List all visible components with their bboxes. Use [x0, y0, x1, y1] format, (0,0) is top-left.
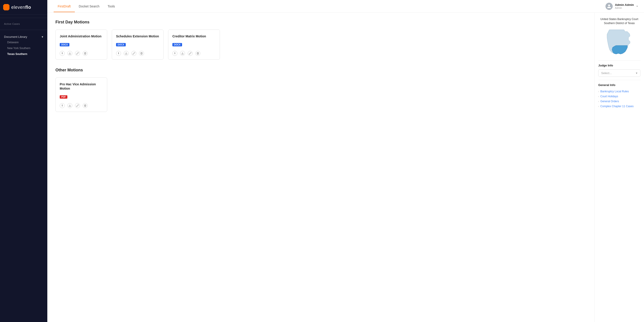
judge-select-dropdown[interactable]: Select... ▾ [598, 69, 640, 77]
general-info-label: General Info [598, 83, 640, 87]
sidebar-item-delaware[interactable]: Delaware [4, 39, 43, 45]
top-navigation: FirstDraft Docket Search Tools Admin Adm… [47, 0, 644, 12]
card-pro-hac-vice[interactable]: Pro Hac Vice Admission Motion PDF ℹ [56, 77, 107, 112]
badge-pdf: PDF [60, 95, 67, 99]
chevron-right-icon: › [598, 105, 599, 108]
edit-button[interactable] [188, 51, 193, 56]
delete-button[interactable] [195, 51, 200, 56]
badge-docx: DOCX [116, 43, 126, 46]
card-schedules-extension[interactable]: Schedules Extension Motion DOCX ℹ [112, 29, 164, 60]
user-name: Admin Admin [615, 3, 634, 6]
badge-docx: DOCX [60, 43, 70, 46]
tab-firstdraft[interactable]: FirstDraft [54, 0, 75, 12]
card-creditor-matrix[interactable]: Creditor Matrix Motion DOCX ℹ [168, 29, 220, 60]
main-content: FirstDraft Docket Search Tools Admin Adm… [47, 0, 644, 322]
logo-icon [3, 4, 10, 10]
sidebar: elevenflo Active Cases Document Library … [0, 0, 47, 322]
tab-docket-search[interactable]: Docket Search [75, 0, 104, 12]
general-info-item-bankruptcy[interactable]: › Bankruptcy Local Rules [598, 89, 640, 94]
card-title: Creditor Matrix Motion [172, 34, 216, 39]
card-title: Joint Administration Motion [60, 34, 103, 39]
general-info-item-court-holidays[interactable]: › Court Holidays [598, 94, 640, 99]
badge-docx: DOCX [172, 43, 182, 46]
download-button[interactable] [124, 51, 129, 56]
card-actions: ℹ [116, 51, 159, 56]
other-motions-grid: Pro Hac Vice Admission Motion PDF ℹ [56, 77, 586, 112]
edit-button[interactable] [75, 51, 80, 56]
download-button[interactable] [180, 51, 185, 56]
info-button[interactable]: ℹ [60, 103, 65, 108]
info-button[interactable]: ℹ [116, 51, 121, 56]
sidebar-divider [0, 18, 47, 18]
download-button[interactable] [67, 103, 72, 108]
active-cases-label: Active Cases [0, 21, 47, 26]
edit-button[interactable] [131, 51, 136, 56]
chevron-icon: ▾ [42, 35, 43, 38]
judge-info-label: Judge Info [598, 64, 640, 67]
court-title: United States Bankruptcy Court Southern … [598, 17, 640, 25]
sidebar-item-new-york-southern[interactable]: New York Southern [4, 45, 43, 51]
first-day-motions-grid: Joint Administration Motion DOCX ℹ [56, 29, 586, 60]
tab-tools[interactable]: Tools [104, 0, 119, 12]
delete-button[interactable] [83, 103, 88, 108]
section-other-motions-title: Other Motions [56, 68, 586, 72]
user-role: Admin [615, 6, 634, 9]
section-first-day-motions-title: First Day Motions [56, 20, 586, 24]
document-library-group[interactable]: Document Library ▾ Delaware New York Sou… [0, 33, 47, 59]
texas-map [602, 27, 636, 57]
card-actions: ℹ [60, 51, 103, 56]
user-menu[interactable]: Admin Admin Admin ▾ [606, 3, 638, 10]
logo-text: elevenflo [11, 5, 31, 10]
chevron-down-icon: ▾ [636, 71, 638, 75]
card-actions: ℹ [172, 51, 216, 56]
download-button[interactable] [67, 51, 72, 56]
sidebar-divider2 [0, 30, 47, 30]
user-chevron-icon: ▾ [636, 5, 638, 7]
card-actions: ℹ [60, 103, 103, 108]
chevron-right-icon: › [598, 95, 599, 98]
logo[interactable]: elevenflo [0, 0, 47, 15]
chevron-right-icon: › [598, 90, 599, 93]
edit-button[interactable] [75, 103, 80, 108]
delete-button[interactable] [83, 51, 88, 56]
nav-tabs: FirstDraft Docket Search Tools [54, 0, 606, 12]
card-title: Schedules Extension Motion [116, 34, 159, 39]
content-area: First Day Motions Joint Administration M… [47, 12, 644, 322]
panel-divider2 [598, 80, 640, 80]
user-info: Admin Admin Admin [615, 3, 634, 9]
general-info-item-general-orders[interactable]: › General Orders [598, 99, 640, 104]
card-title: Pro Hac Vice Admission Motion [60, 82, 103, 91]
general-info-item-complex-chapter[interactable]: › Complex Chapter 11 Cases [598, 104, 640, 109]
right-panel: United States Bankruptcy Court Southern … [594, 12, 644, 322]
card-joint-administration[interactable]: Joint Administration Motion DOCX ℹ [56, 29, 107, 60]
document-library-label[interactable]: Document Library ▾ [4, 35, 43, 38]
document-library-main: First Day Motions Joint Administration M… [47, 12, 594, 322]
info-button[interactable]: ℹ [172, 51, 177, 56]
chevron-right-icon: › [598, 100, 599, 103]
delete-button[interactable] [139, 51, 144, 56]
judge-select-placeholder: Select... [601, 71, 612, 75]
info-button[interactable]: ℹ [60, 51, 65, 56]
sidebar-item-texas-southern[interactable]: Texas Southern [4, 51, 43, 57]
avatar [606, 3, 613, 10]
